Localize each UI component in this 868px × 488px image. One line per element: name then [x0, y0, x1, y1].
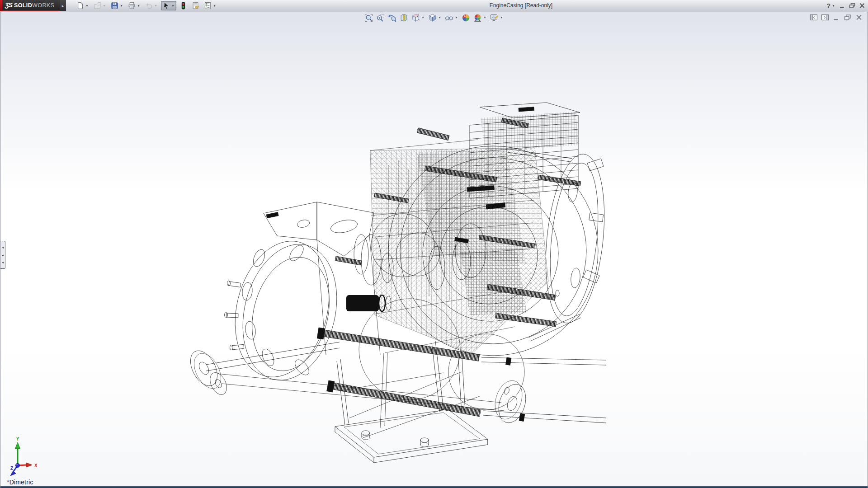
print-button[interactable]: ▾ — [127, 1, 142, 10]
restore-button[interactable] — [849, 3, 855, 9]
collapse-arrow-icon: ◂ — [2, 253, 4, 257]
hide-show-items-dropdown-caret[interactable]: ▾ — [454, 13, 458, 23]
minimize-button[interactable] — [839, 3, 845, 9]
file-properties-icon — [192, 2, 199, 9]
pane-right-icon — [821, 14, 829, 21]
doc-restore-icon — [844, 14, 852, 21]
engine-casing-wireframe-model[interactable] — [190, 102, 606, 470]
feature-manager-collapsed-tab[interactable]: ◂ ◂ ◂ — [0, 241, 5, 269]
previous-view-icon — [388, 14, 396, 22]
minimize-icon — [839, 3, 845, 9]
zoom-to-area-icon — [376, 14, 385, 22]
new-document-dropdown-caret[interactable]: ▾ — [85, 1, 89, 10]
show-right-pane-button[interactable] — [821, 14, 829, 21]
view-settings-button[interactable]: ▾ — [489, 13, 505, 23]
open-button[interactable]: ▾ — [92, 1, 108, 10]
options-checklist-icon — [204, 2, 212, 9]
z-axis-label: Z — [10, 466, 13, 471]
zoom-to-fit-icon — [364, 14, 373, 22]
graphics-viewport[interactable]: ▾▾▾▾▾ ◂ ◂ ◂ — [0, 12, 868, 488]
z-axis-arrow-icon — [10, 471, 16, 476]
view-orientation-dropdown-caret[interactable]: ▾ — [421, 13, 425, 23]
rebuild-traffic-light-icon — [179, 2, 187, 9]
edit-appearance-button[interactable] — [461, 13, 471, 23]
apply-scene-dropdown-caret[interactable]: ▾ — [483, 13, 487, 23]
previous-view-button[interactable] — [387, 13, 397, 23]
hide-show-items-icon — [445, 14, 453, 22]
rebuild-button[interactable] — [178, 1, 189, 10]
help-button[interactable]: ? ▾ — [826, 1, 835, 10]
new-document-icon — [76, 2, 84, 9]
new-document-button[interactable]: ▾ — [75, 1, 90, 10]
wireframe-geometry — [190, 103, 606, 463]
zoom-to-fit-button[interactable] — [363, 13, 374, 23]
doc-close-button[interactable] — [855, 14, 863, 21]
show-left-pane-button[interactable] — [810, 14, 818, 21]
close-button[interactable] — [859, 3, 865, 9]
doc-restore-button[interactable] — [844, 14, 852, 21]
save-icon — [111, 2, 118, 9]
select-dropdown-caret[interactable]: ▾ — [171, 1, 175, 10]
close-icon — [859, 3, 865, 9]
display-style-icon — [428, 14, 437, 22]
collapse-arrow-icon: ◂ — [2, 261, 4, 264]
open-folder-icon — [94, 2, 101, 9]
brand-name-light: WORKS — [32, 2, 54, 9]
section-view-button[interactable] — [399, 13, 409, 23]
edit-appearance-icon — [462, 14, 470, 22]
open-dropdown-caret[interactable]: ▾ — [102, 1, 106, 10]
solidworks-logo-glyph-icon: ƷS — [5, 1, 12, 9]
doc-minimize-button[interactable] — [832, 14, 840, 21]
collapse-arrow-icon: ◂ — [2, 246, 4, 249]
view-orientation-button[interactable]: ▾ — [410, 13, 426, 23]
brand-name-bold: SOLID — [14, 2, 32, 9]
window-bottom-edge — [0, 486, 868, 488]
title-bar: ƷS SOLIDWORKS ▸ ▾▾▾▾▾▾▾ EngineCasing [Re… — [0, 0, 868, 11]
save-button[interactable]: ▾ — [109, 1, 125, 10]
view-orientation-icon — [411, 14, 420, 22]
triad-origin-icon — [15, 463, 19, 467]
help-icon: ? — [826, 2, 830, 9]
document-window-controls — [810, 14, 863, 21]
display-style-button[interactable]: ▾ — [427, 13, 443, 23]
y-axis-arrow-icon — [15, 442, 20, 449]
undo-dropdown-caret[interactable]: ▾ — [154, 1, 158, 10]
undo-button[interactable]: ▾ — [144, 1, 159, 10]
help-dropdown-caret[interactable]: ▾ — [831, 1, 835, 10]
window-title: EngineCasing [Read-only] — [217, 0, 825, 11]
undo-icon — [145, 2, 153, 9]
save-dropdown-caret[interactable]: ▾ — [119, 1, 123, 10]
logo-red-strip — [0, 0, 2, 11]
apply-scene-icon — [473, 14, 482, 22]
flyout-arrow-icon: ▸ — [62, 4, 64, 8]
y-axis-label: Y — [16, 436, 19, 441]
view-orientation-label: *Dimetric — [7, 479, 33, 486]
main-window-controls: ? ▾ — [826, 0, 865, 11]
section-view-icon — [400, 14, 408, 22]
title-toolbar: ▾▾▾▾▾▾▾ — [75, 0, 218, 11]
options-dropdown-caret[interactable]: ▾ — [212, 1, 217, 10]
print-dropdown-caret[interactable]: ▾ — [137, 1, 141, 10]
view-settings-icon — [490, 14, 499, 22]
select-button[interactable]: ▾ — [161, 1, 176, 10]
restore-icon — [849, 3, 855, 9]
pane-left-icon — [810, 14, 818, 21]
menu-flyout-arrow[interactable]: ▸ — [60, 0, 66, 11]
hide-show-items-button[interactable]: ▾ — [444, 13, 459, 23]
view-settings-dropdown-caret[interactable]: ▾ — [500, 13, 504, 23]
doc-close-icon — [855, 14, 863, 21]
file-properties-button[interactable] — [190, 1, 201, 10]
options-button[interactable]: ▾ — [203, 1, 218, 10]
x-axis-label: X — [34, 463, 38, 468]
solidworks-logo: ƷS SOLIDWORKS — [0, 0, 60, 11]
x-axis-arrow-icon — [26, 463, 32, 467]
doc-minimize-icon — [832, 14, 840, 21]
apply-scene-button[interactable]: ▾ — [472, 13, 488, 23]
select-cursor-icon — [162, 2, 170, 9]
heads-up-toolbar: ▾▾▾▾▾ — [363, 13, 505, 23]
zoom-to-area-button[interactable] — [375, 13, 386, 23]
display-style-dropdown-caret[interactable]: ▾ — [438, 13, 442, 23]
print-icon — [128, 2, 136, 9]
